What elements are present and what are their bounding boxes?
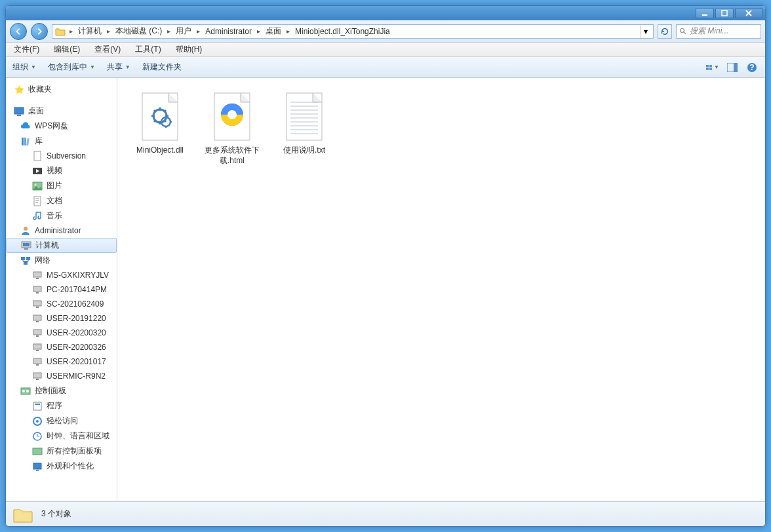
svg-rect-5 xyxy=(706,67,709,69)
svg-rect-52 xyxy=(33,448,42,455)
sidebar-cp-item[interactable]: 时钟、语言和区域 xyxy=(6,428,117,444)
maximize-button[interactable] xyxy=(715,8,734,18)
libraries-icon xyxy=(20,136,31,147)
sidebar-libraries[interactable]: 库 xyxy=(6,134,117,149)
menu-help[interactable]: 帮助(H) xyxy=(173,43,205,56)
pc-icon xyxy=(32,328,43,338)
svg-rect-53 xyxy=(33,463,41,469)
sidebar-net-item[interactable]: USERMIC-R9N2 xyxy=(6,369,117,383)
svg-rect-20 xyxy=(34,197,41,206)
menu-view[interactable]: 查看(V) xyxy=(92,43,123,56)
sidebar-cp-item[interactable]: 轻松访问 xyxy=(6,413,117,428)
svg-rect-1 xyxy=(722,10,727,16)
minimize-button[interactable] xyxy=(696,8,714,18)
menu-file[interactable]: 文件(F) xyxy=(11,43,42,56)
sidebar-control-panel[interactable]: 控制面板 xyxy=(6,383,117,398)
computer-icon xyxy=(21,240,31,251)
sidebar-net-item[interactable]: USER-20200320 xyxy=(6,326,117,340)
preview-pane-button[interactable] xyxy=(726,61,739,74)
sidebar-lib-item[interactable]: 文档 xyxy=(6,193,117,208)
svg-rect-23 xyxy=(23,243,30,246)
svg-rect-42 xyxy=(33,373,41,378)
sidebar-net-item[interactable]: USER-20201017 xyxy=(6,354,117,369)
statusbar: 3 个对象 xyxy=(6,501,765,526)
close-button[interactable] xyxy=(735,8,762,18)
pc-icon xyxy=(32,342,43,352)
sidebar-cp-item[interactable]: 所有控制面板项 xyxy=(6,444,117,459)
file-item[interactable]: MiniObject.dll xyxy=(130,87,189,170)
svg-point-46 xyxy=(26,390,29,392)
sidebar-net-item[interactable]: MS-GXKIXRYJLV xyxy=(6,268,117,282)
sidebar-lib-item[interactable]: Subversion xyxy=(6,149,117,163)
pc-icon xyxy=(32,299,43,309)
sidebar-favorites[interactable]: ⭐收藏夹 xyxy=(6,82,117,97)
menu-tools[interactable]: 工具(T) xyxy=(132,43,163,56)
folder-icon xyxy=(55,26,66,37)
file-item[interactable]: 使用说明.txt xyxy=(275,87,334,170)
breadcrumb-seg[interactable]: 计算机 xyxy=(77,24,103,38)
chevron-right-icon: ▸ xyxy=(254,28,263,35)
svg-rect-26 xyxy=(26,257,30,260)
star-icon: ⭐ xyxy=(14,85,24,95)
svg-rect-13 xyxy=(22,138,24,145)
include-button[interactable]: 包含到库中▼ xyxy=(48,62,95,73)
breadcrumb-seg[interactable]: 桌面 xyxy=(264,24,283,38)
svg-rect-29 xyxy=(36,278,39,279)
sidebar-net-item[interactable]: USER-20191220 xyxy=(6,311,117,326)
organize-button[interactable]: 组织▼ xyxy=(12,62,36,73)
svg-rect-54 xyxy=(36,470,39,471)
cloud-icon xyxy=(20,121,31,132)
search-placeholder: 搜索 Mini... xyxy=(690,26,728,37)
programs-icon xyxy=(32,401,43,411)
doc-icon xyxy=(32,196,43,206)
svg-text:?: ? xyxy=(749,63,754,72)
file-label: 使用说明.txt xyxy=(283,145,325,155)
desktop-icon xyxy=(14,106,24,117)
svg-point-50 xyxy=(36,420,39,423)
file-item[interactable]: 更多系统软件下载.html xyxy=(203,87,262,170)
svg-rect-47 xyxy=(33,402,41,410)
svg-rect-12 xyxy=(17,115,21,116)
breadcrumb-seg[interactable]: 本地磁盘 (C:) xyxy=(114,24,163,38)
view-mode-button[interactable]: ▼ xyxy=(706,61,719,74)
sidebar-net-item[interactable]: SC-2021062409 xyxy=(6,297,117,311)
sidebar-desktop[interactable]: 桌面 xyxy=(6,104,117,119)
explorer-window: ▸ 计算机 ▸ 本地磁盘 (C:) ▸ 用户 ▸ Administrator ▸… xyxy=(5,5,766,527)
forward-button[interactable] xyxy=(31,23,48,40)
svg-rect-34 xyxy=(33,315,41,320)
sidebar-net-item[interactable]: PC-20170414PM xyxy=(6,282,117,297)
sidebar-lib-item[interactable]: 图片 xyxy=(6,178,117,193)
breadcrumb-seg[interactable]: Miniobject.dll_XiTongZhiJia xyxy=(294,26,391,37)
search-input[interactable]: 搜索 Mini... xyxy=(676,24,761,39)
breadcrumb-seg[interactable]: Administrator xyxy=(204,26,253,37)
newfolder-button[interactable]: 新建文件夹 xyxy=(142,62,182,73)
share-button[interactable]: 共享▼ xyxy=(107,62,130,73)
appearance-icon xyxy=(32,461,43,472)
clock-icon xyxy=(32,431,43,442)
back-button[interactable] xyxy=(10,23,27,40)
svg-rect-39 xyxy=(36,350,39,351)
refresh-button[interactable] xyxy=(658,24,672,39)
breadcrumb-seg[interactable]: 用户 xyxy=(174,24,193,38)
sidebar-lib-item[interactable]: 音乐 xyxy=(6,208,117,223)
sidebar: ⭐收藏夹 桌面 WPS网盘 库 Subversion 视频 图片 文档 音乐 A… xyxy=(6,78,117,501)
help-button[interactable]: ? xyxy=(745,61,759,74)
address-bar[interactable]: ▸ 计算机 ▸ 本地磁盘 (C:) ▸ 用户 ▸ Administrator ▸… xyxy=(52,24,654,39)
sidebar-net-item[interactable]: USER-20200326 xyxy=(6,340,117,354)
menu-edit[interactable]: 编辑(E) xyxy=(51,43,83,56)
sidebar-cp-item[interactable]: 程序 xyxy=(6,398,117,413)
svg-rect-0 xyxy=(702,14,707,16)
svg-rect-35 xyxy=(36,321,39,322)
sidebar-network[interactable]: 网络 xyxy=(6,253,117,268)
video-icon xyxy=(32,166,43,176)
sidebar-wps[interactable]: WPS网盘 xyxy=(6,119,117,134)
address-dropdown[interactable]: ▾ xyxy=(640,25,650,38)
sidebar-lib-item[interactable]: 视频 xyxy=(6,163,117,178)
chevron-right-icon: ▸ xyxy=(194,28,203,35)
sidebar-cp-item[interactable]: 外观和个性化 xyxy=(6,459,117,474)
svg-point-45 xyxy=(22,390,25,392)
sidebar-computer[interactable]: 计算机 xyxy=(6,238,117,253)
svg-rect-24 xyxy=(24,248,28,250)
file-label: MiniObject.dll xyxy=(136,145,184,155)
sidebar-admin[interactable]: Administrator xyxy=(6,223,117,238)
